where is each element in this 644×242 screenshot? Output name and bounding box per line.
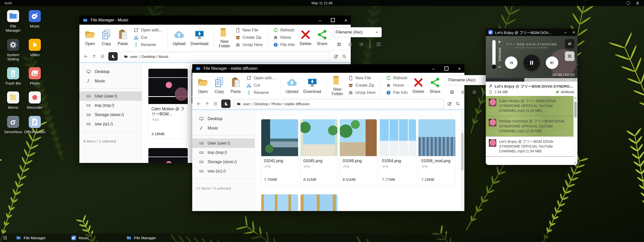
toolbar-new-folder-button[interactable]: New Folder — [332, 75, 343, 96]
toolbar-share-button[interactable]: Share — [316, 29, 328, 46]
toolbar-cut-button[interactable]: Cut — [246, 83, 275, 88]
app-launcher-button[interactable] — [3, 236, 13, 240]
volume-knob[interactable] — [492, 64, 496, 69]
toolbar-cut-button[interactable]: Cut — [134, 35, 162, 40]
playlist-item[interactable]: Holiday Overslept @ フリーBGM DOVA-SYNDROME… — [486, 116, 577, 136]
toolbar-refresh-button[interactable]: Refresh — [273, 28, 295, 33]
playlist-button[interactable] — [565, 51, 574, 61]
desktop-icon-serverless[interactable]: σServerless — [3, 116, 23, 134]
file-card-01058_mod-png[interactable]: 01058_mod.png.png7.19MB — [418, 119, 456, 186]
toolbar-open-button[interactable]: Open — [197, 77, 209, 94]
toolbar-create-zip-button[interactable]: Create Zip — [235, 35, 263, 40]
volume-down-label[interactable]: − — [498, 64, 501, 70]
close-button[interactable]: × — [344, 18, 347, 23]
toolbar-open-button[interactable]: Open — [84, 29, 96, 46]
toolbar-paste-button[interactable]: Paste — [230, 77, 241, 94]
back-button[interactable] — [83, 54, 88, 59]
scrollbar-thumb[interactable] — [574, 101, 577, 118]
desktop-icon-music[interactable]: Music — [25, 10, 45, 33]
playlist-scrollbar[interactable] — [573, 96, 577, 165]
toolbar-create-zip-button[interactable]: Create Zip — [348, 83, 376, 88]
scrollbar[interactable] — [461, 111, 464, 211]
back-button[interactable] — [196, 101, 201, 106]
desktop-icon-video[interactable]: Video — [25, 39, 45, 61]
sidebar-drive-tmp[interactable]: tmp (tmp:/) — [192, 148, 255, 157]
toolbar-upload-button[interactable]: Upload — [285, 77, 298, 94]
playlist-item[interactable]: Calm Motion @ フリーBGM DOVA-SYNDROME OFFIC… — [486, 96, 577, 116]
toolbar-open-with--button[interactable]: Open with... — [134, 28, 162, 33]
status-ring-icon[interactable] — [627, 1, 630, 5]
next-button[interactable] — [546, 56, 558, 69]
toolbar-paste-button[interactable]: Paste — [117, 29, 128, 46]
toolbar-home-button[interactable]: Home — [273, 35, 295, 40]
sort-dropdown[interactable]: Filename (Asc) — [333, 27, 382, 37]
sidebar-item-desktop[interactable]: Desktop — [79, 67, 142, 76]
view-detail-list-icon[interactable] — [359, 42, 364, 47]
menu-button[interactable] — [213, 101, 218, 106]
file-card-partial[interactable]: 8.52MB — [261, 110, 298, 115]
search-button[interactable] — [342, 54, 347, 59]
pause-button[interactable] — [524, 55, 540, 71]
toolbar-new-folder-button[interactable]: New Folder — [219, 27, 230, 48]
file-card-01041-png[interactable]: 01041.png.png7.75MB — [261, 119, 298, 186]
scroll-up-icon[interactable] — [574, 97, 577, 100]
toolbar-upload-button[interactable]: Upload — [173, 29, 185, 46]
sidebar-drive-user[interactable]: User (user:/) — [79, 91, 142, 101]
up-button[interactable] — [205, 101, 210, 106]
desktop-icon-system-setting[interactable]: System Setting — [3, 39, 23, 61]
file-card-partial-bottom[interactable] — [300, 194, 338, 211]
toolbar-delete-button[interactable]: Delete — [413, 77, 424, 94]
desktop-icon-memo[interactable]: Memo — [3, 91, 23, 110]
view-columns-icon[interactable] — [376, 42, 381, 47]
file-card-partial[interactable]: 8.45MB — [340, 110, 377, 115]
sidebar-drive-tmp[interactable]: tmp (tmp:/) — [79, 101, 142, 110]
toolbar-unzip-here-button[interactable]: Unzip Here — [235, 42, 263, 47]
edit-path-button[interactable] — [447, 101, 452, 106]
toolbar-new-file-button[interactable]: New File — [348, 76, 376, 81]
toolbar-file-info-button[interactable]: File Info — [386, 90, 408, 95]
file-card-01045-png[interactable]: 01045.png.png8.41MB — [300, 119, 338, 186]
taskbar-item-file-manager[interactable]: File Manager — [13, 233, 68, 242]
toolbar-copy-button[interactable]: Copy — [214, 77, 225, 94]
toolbar-home-button[interactable]: Home — [386, 83, 408, 88]
minimize-button[interactable]: – — [318, 18, 321, 23]
view-detail-list-icon[interactable] — [472, 90, 477, 95]
toolbar-download-button[interactable]: Download — [190, 29, 208, 46]
dark-mode-button[interactable] — [108, 52, 118, 61]
volume-slider[interactable] — [492, 40, 496, 68]
playlist-item[interactable]: Let's Enjoy @ フリーBGM DOVA-SYNDROME OFFIC… — [486, 136, 577, 157]
sidebar-drive-ixtw[interactable]: ixtw (is1:/) — [79, 119, 142, 129]
up-button[interactable] — [92, 54, 97, 59]
repeat-button[interactable] — [565, 39, 574, 49]
toolbar-delete-button[interactable]: Delete — [300, 29, 311, 46]
path-input[interactable]: user: / Desktop / Music — [121, 52, 330, 61]
sidebar-item-music[interactable]: Music — [192, 123, 255, 133]
scrollbar-thumb[interactable] — [461, 133, 464, 170]
maximize-button[interactable] — [444, 66, 448, 71]
toolbar-download-button[interactable]: Download — [303, 77, 321, 94]
search-button[interactable] — [455, 101, 460, 106]
sidebar-drive-ixtw[interactable]: ixtw (is1:/) — [192, 166, 255, 176]
toolbar-unzip-here-button[interactable]: Unzip Here — [348, 90, 376, 95]
desktop-icon-recorder[interactable]: Recorder — [25, 91, 45, 110]
minimize-button[interactable]: – — [564, 30, 567, 34]
toolbar-open-with--button[interactable]: Open with... — [246, 76, 275, 81]
sidebar-item-music[interactable]: Music — [79, 76, 142, 86]
path-input[interactable]: user: / Desktop / Photo / stable diffusi… — [234, 99, 444, 108]
view-compact-list-icon[interactable] — [348, 42, 353, 47]
file-card-01054-png[interactable]: 01054.png.png7.77MB — [379, 119, 416, 186]
minimize-button[interactable]: – — [432, 66, 435, 71]
sidebar-drive-storage[interactable]: Storage (store:/) — [192, 157, 255, 166]
sidebar-drive-user[interactable]: User (user:/) — [192, 139, 255, 148]
close-button[interactable]: × — [572, 30, 575, 34]
progress-bar[interactable] — [486, 78, 577, 82]
file-card-partial-bottom[interactable] — [261, 194, 298, 211]
file-card-partial[interactable]: 8.91MB — [300, 110, 338, 115]
view-grid-icon[interactable] — [337, 42, 342, 47]
taskbar-item-music[interactable]: Music — [68, 233, 123, 242]
menu-button[interactable] — [100, 54, 105, 59]
maximize-button[interactable] — [331, 18, 335, 22]
toolbar-share-button[interactable]: Share — [429, 77, 441, 94]
file-card-01049-png[interactable]: 01049.png.png8.51MB — [340, 119, 377, 186]
close-button[interactable]: × — [458, 66, 461, 71]
